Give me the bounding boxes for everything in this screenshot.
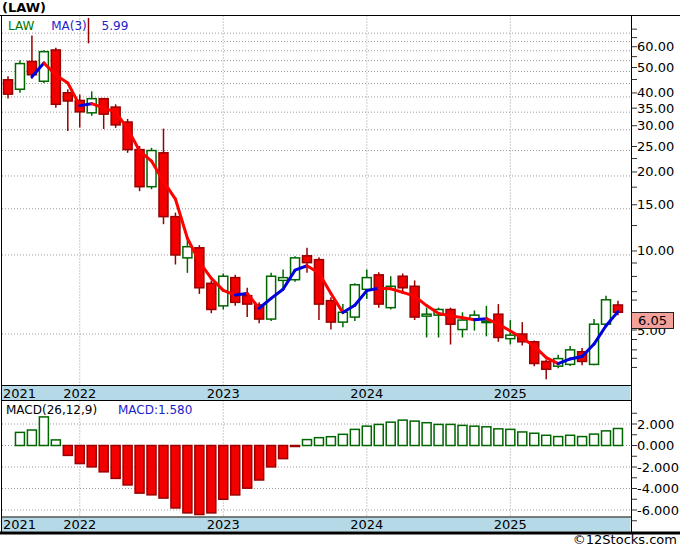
macd-histogram-bar: [314, 438, 323, 446]
macd-histogram-bar: [362, 426, 371, 445]
candle-body: [171, 217, 180, 255]
candlestick: [446, 308, 455, 345]
candlestick: [231, 275, 240, 306]
candlestick: [566, 346, 575, 366]
macd-histogram-bar: [602, 431, 611, 446]
year-label: 2025: [494, 386, 527, 401]
macd-histogram-bar: [542, 435, 551, 445]
candlestick: [326, 297, 335, 329]
candlestick: [542, 359, 551, 379]
candlestick: [99, 98, 108, 129]
macd-histogram-bar: [530, 433, 539, 445]
macd-histogram-bar: [183, 446, 192, 513]
macd-histogram-bar: [446, 424, 455, 445]
macd-histogram-bar: [255, 446, 264, 481]
price-axis-label: 25.00: [637, 139, 674, 154]
macd-histogram-bar: [39, 417, 48, 446]
year-label: 2023: [207, 517, 240, 532]
year-label: 2022: [63, 386, 96, 401]
macd-histogram-bar: [374, 424, 383, 445]
macd-histogram-bar: [15, 432, 24, 445]
candle-body: [207, 283, 216, 309]
macd-histogram-bar: [75, 446, 84, 464]
page-title: (LAW): [2, 0, 46, 15]
macd-histogram-bar: [27, 430, 36, 445]
ma-line-segment: [80, 104, 92, 106]
candle-body: [422, 314, 431, 316]
price-legend: LAW MA(3) 5.99: [8, 19, 128, 33]
macd-histogram-bar: [87, 446, 96, 467]
candlestick: [422, 308, 431, 338]
ma-line-segment: [462, 318, 474, 320]
candle-body: [410, 286, 419, 317]
macd-histogram-bar: [219, 446, 228, 500]
macd-histogram-bar: [613, 429, 622, 446]
candlestick: [171, 213, 180, 265]
macd-histogram-bar: [291, 446, 300, 447]
macd-histogram-bar: [99, 446, 108, 472]
macd-histogram-bar: [554, 437, 563, 446]
candle-body: [4, 80, 13, 94]
candlestick: [207, 280, 216, 313]
candle-body: [398, 276, 407, 288]
price-axis-label: 35.00: [637, 101, 674, 116]
candle-body: [458, 320, 467, 329]
macd-histogram-bar: [303, 440, 312, 446]
ticker-label: LAW: [8, 19, 34, 33]
macd-histogram-bar: [51, 440, 60, 446]
macd-axis-label: -6.000: [637, 503, 679, 518]
price-axis-label: 60.00: [637, 39, 674, 54]
candle-body: [231, 278, 240, 303]
macd-histogram-bar: [410, 421, 419, 445]
candle-body: [303, 256, 312, 263]
year-label: 2021: [3, 386, 36, 401]
year-label: 2025: [494, 517, 527, 532]
macd-histogram-bar: [506, 429, 515, 445]
macd-histogram-bar: [159, 446, 168, 499]
price-axis-label: 50.00: [637, 60, 674, 75]
year-label: 2021: [3, 517, 36, 532]
watermark-credit: ©12Stocks.com: [573, 532, 677, 546]
macd-histogram-bar: [494, 429, 503, 446]
year-label: 2024: [350, 517, 383, 532]
macd-histogram-bar: [279, 446, 288, 459]
macd-histogram-bar: [566, 435, 575, 445]
macd-histogram-bar: [482, 427, 491, 446]
ma-line-segment: [379, 288, 391, 289]
macd-histogram-bar: [590, 434, 599, 445]
macd-histogram-bar: [63, 446, 72, 456]
macd-histogram-bar: [518, 432, 527, 446]
macd-histogram-bar: [350, 429, 359, 445]
macd-histogram-bar: [267, 446, 276, 467]
macd-histogram-bar: [470, 426, 479, 445]
price-axis-label: 20.00: [637, 164, 674, 179]
ma-line-segment: [474, 319, 486, 320]
ma-value: 5.99: [102, 19, 129, 33]
price-axis-label: 30.00: [637, 118, 674, 133]
macd-axis-label: 2.000: [637, 417, 674, 432]
macd-histogram-bar: [171, 446, 180, 508]
macd-histogram-bar: [422, 423, 431, 446]
macd-histogram-bar: [398, 420, 407, 445]
year-label: 2022: [63, 517, 96, 532]
macd-histogram-bar: [578, 437, 587, 446]
candle-body: [506, 335, 515, 339]
price-axis-label: 40.00: [637, 85, 674, 100]
candlestick: [386, 276, 395, 309]
candlestick: [15, 60, 24, 93]
macd-axis-label: -4.000: [637, 481, 679, 496]
macd-histogram-bar: [434, 424, 443, 445]
candle-body: [314, 260, 323, 304]
chart-canvas: 2021202120222022202320232024202420252025…: [0, 0, 680, 546]
year-label: 2024: [350, 386, 383, 401]
macd-histogram-bar: [326, 437, 335, 446]
macd-value: MACD:1.580: [118, 403, 192, 417]
candle-body: [279, 278, 288, 281]
candlestick: [314, 257, 323, 320]
ma-line-segment: [451, 316, 463, 318]
candle-body: [362, 278, 371, 290]
candle-body: [15, 64, 24, 90]
macd-histogram-bar: [338, 434, 347, 445]
macd-histogram-bar: [458, 425, 467, 445]
macd-histogram-bar: [243, 446, 252, 489]
